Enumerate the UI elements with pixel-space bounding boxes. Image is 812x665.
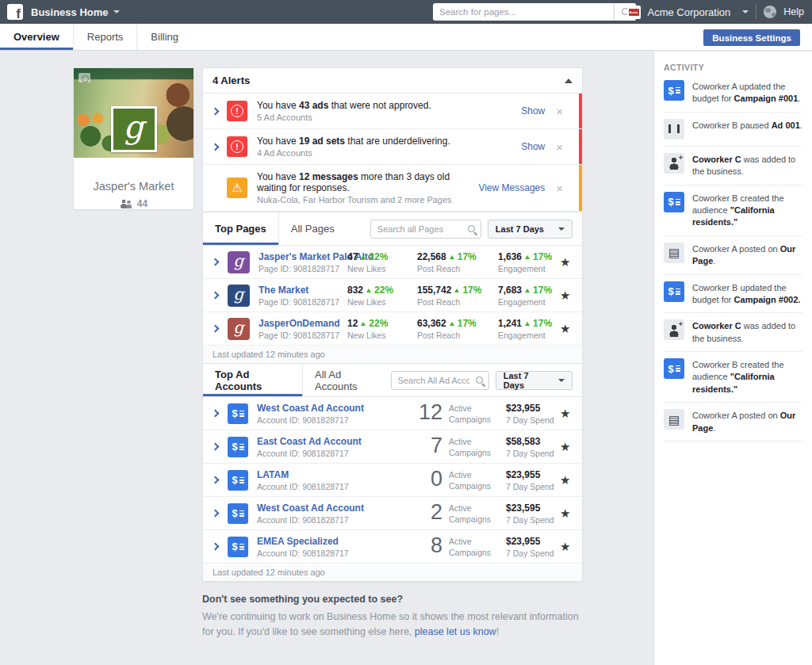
ad-accounts-header: Top Ad Accounts All Ad Accounts Last 7 D…	[203, 364, 582, 397]
chevron-right-icon[interactable]	[212, 510, 220, 518]
business-switcher[interactable]: Acme Corporation	[648, 6, 731, 18]
chevron-right-icon[interactable]	[212, 292, 220, 300]
tab-all-ad-accounts[interactable]: All Ad Accounts	[302, 364, 391, 396]
activity-item[interactable]: Coworker B paused Ad 001.	[664, 113, 802, 147]
page-icon: g	[228, 318, 250, 340]
close-icon[interactable]: ×	[556, 182, 563, 194]
business-logo-icon[interactable]: Acme	[627, 6, 641, 19]
ad-account-row[interactable]: East Coast Ad Account Account ID: 908182…	[203, 430, 582, 464]
ad-account-row[interactable]: West Coast Ad Account Account ID: 908182…	[203, 497, 582, 530]
favorite-star-icon[interactable]: ★	[560, 255, 570, 269]
product-caret-icon[interactable]	[113, 10, 120, 13]
ad-account-name-link[interactable]: East Coast Ad Account	[257, 436, 362, 447]
help-link[interactable]: Help	[783, 6, 804, 17]
top-pages-panel: Top Pages All Pages Last 7 Days g Jasper…	[202, 212, 583, 364]
page-row[interactable]: g The Market Page ID: 9081828717 83222% …	[203, 279, 582, 312]
business-page-card[interactable]: g Jasper's Market 44	[73, 67, 194, 210]
favorite-star-icon[interactable]: ★	[560, 473, 570, 487]
up-arrow-icon	[366, 289, 371, 292]
ad-account-id: Account ID: 9081828717	[257, 415, 364, 425]
alert-row[interactable]: You have 19 ad sets that are underdelive…	[203, 129, 582, 165]
tab-top-pages[interactable]: Top Pages	[203, 212, 278, 245]
tab-top-ad-accounts[interactable]: Top Ad Accounts	[203, 364, 302, 396]
ad-account-name-link[interactable]: West Coast Ad Account	[257, 503, 364, 514]
main-tab[interactable]: Overview	[0, 24, 73, 50]
page-row[interactable]: g JasperOnDemand Page ID: 9081828717 122…	[203, 312, 582, 346]
facebook-logo-icon[interactable]: f	[7, 4, 23, 20]
alert-action-link[interactable]: Show	[521, 105, 545, 117]
business-settings-button[interactable]: Business Settings	[703, 29, 800, 46]
ad-account-name-link[interactable]: West Coast Ad Account	[257, 403, 364, 414]
page-name-link[interactable]: JasperOnDemand	[259, 318, 340, 329]
alert-severity-icon	[227, 136, 247, 157]
ad-account-row[interactable]: LATAM Account ID: 9081828717 0 ActiveCam…	[203, 464, 582, 497]
favorite-star-icon[interactable]: ★	[560, 540, 570, 554]
activity-item[interactable]: Coworker A posted on Our Page.	[664, 236, 802, 275]
spend-stat: $23,955 7 Day Spend	[506, 469, 554, 491]
activity-type-icon	[664, 409, 684, 430]
alert-message: You have 19 ad sets that are underdelive…	[257, 136, 515, 147]
ad-accounts-range-dropdown[interactable]: Last 7 Days	[496, 371, 573, 390]
close-icon[interactable]: ×	[556, 105, 563, 117]
active-campaigns-label: ActiveCampaigns	[449, 537, 491, 558]
collapse-caret-icon[interactable]	[565, 78, 573, 83]
ad-account-id: Account ID: 9081828717	[257, 515, 364, 525]
alert-action-link[interactable]: View Messages	[478, 182, 545, 193]
tab-all-pages[interactable]: All Pages	[278, 212, 347, 245]
activity-item[interactable]: Coworker A posted on Our Page.	[664, 403, 802, 441]
stat-engagement: 7,68317% Engagement	[498, 285, 552, 307]
nav-search-input[interactable]	[433, 7, 614, 17]
nav-divider	[619, 5, 620, 19]
chevron-right-icon[interactable]	[212, 107, 220, 115]
main-tab[interactable]: Reports	[73, 24, 137, 50]
active-campaigns-count: 0	[400, 467, 442, 491]
favorite-star-icon[interactable]: ★	[560, 322, 570, 336]
close-icon[interactable]: ×	[556, 141, 563, 153]
favorite-star-icon[interactable]: ★	[560, 407, 570, 421]
up-arrow-icon	[525, 322, 530, 326]
up-arrow-icon	[361, 255, 366, 259]
ad-account-name-link[interactable]: EMEA Specialized	[257, 536, 349, 547]
chevron-right-icon[interactable]	[212, 258, 220, 266]
activity-text: Coworker C was added to the business.	[692, 153, 802, 178]
chevron-right-icon[interactable]	[212, 143, 220, 151]
spend-stat: $23,955 7 Day Spend	[506, 403, 554, 425]
alert-action-link[interactable]: Show	[521, 141, 545, 152]
pages-search-input[interactable]	[370, 220, 481, 239]
page-row[interactable]: g Jasper's Market Palo Alto Page ID: 908…	[203, 246, 582, 279]
page-id: Page ID: 9081828717	[259, 297, 339, 307]
chevron-right-icon[interactable]	[212, 443, 220, 451]
chevron-right-icon[interactable]	[212, 476, 220, 484]
page-icon: g	[228, 285, 250, 307]
activity-item[interactable]: Coworker B created the audience "Califor…	[664, 185, 802, 236]
main-tab[interactable]: Billing	[136, 24, 192, 50]
favorite-star-icon[interactable]: ★	[560, 440, 570, 454]
favorite-star-icon[interactable]: ★	[560, 289, 570, 303]
stat-new-likes: 1222% New Likes	[347, 318, 388, 340]
chevron-right-icon[interactable]	[212, 543, 220, 551]
activity-item[interactable]: Coworker B updated the budget for Campai…	[664, 275, 802, 314]
activity-item[interactable]: Coworker A updated the budget for Campai…	[664, 74, 802, 113]
favorite-star-icon[interactable]: ★	[560, 506, 570, 521]
main-tabbar: Overview Reports Billing Business Settin…	[0, 24, 812, 51]
ad-account-name-link[interactable]: LATAM	[257, 469, 349, 480]
page-logo-letter: g	[124, 111, 144, 143]
activity-type-icon	[664, 243, 684, 263]
ad-account-row[interactable]: EMEA Specialized Account ID: 9081828717 …	[203, 530, 582, 564]
alert-row[interactable]: You have 43 ads that were not approved. …	[203, 94, 582, 129]
chevron-right-icon[interactable]	[212, 410, 220, 418]
pages-range-dropdown[interactable]: Last 7 Days	[488, 220, 573, 239]
activity-item[interactable]: Coworker C was added to the business.	[664, 313, 802, 352]
activity-sidebar: ACTIVITY Coworker A updated the budget f…	[653, 52, 812, 665]
business-caret-icon[interactable]	[742, 10, 749, 13]
ad-account-row[interactable]: West Coast Ad Account Account ID: 908182…	[203, 397, 582, 430]
help-globe-icon[interactable]	[764, 6, 776, 18]
member-count-value: 44	[137, 198, 147, 209]
product-menu[interactable]: Business Home	[31, 6, 109, 18]
activity-item[interactable]: Coworker B created the audience "Califor…	[664, 352, 802, 403]
page-name-link[interactable]: The Market	[259, 285, 339, 296]
let-us-know-link[interactable]: please let us know	[415, 626, 496, 637]
alert-row[interactable]: You have 12 messages more than 3 days ol…	[203, 165, 582, 212]
chevron-right-icon[interactable]	[212, 325, 220, 333]
activity-item[interactable]: Coworker C was added to the business.	[664, 147, 802, 185]
